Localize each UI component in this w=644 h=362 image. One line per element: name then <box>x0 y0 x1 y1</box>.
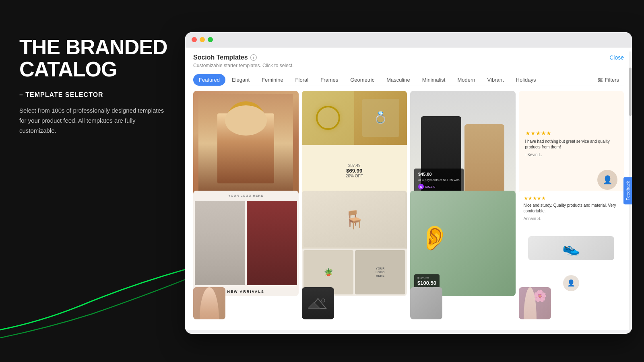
tab-feminine[interactable]: Feminine <box>256 74 289 86</box>
filter-tabs: Featured Elegant Feminine Floral Frames … <box>193 74 624 86</box>
tab-minimalist[interactable]: Minimalist <box>417 74 451 86</box>
app-content: Socioh Templates i Close Customizable st… <box>185 47 632 330</box>
tab-masculine[interactable]: Masculine <box>381 74 416 86</box>
tab-elegant[interactable]: Elegant <box>226 74 255 86</box>
traffic-light-green[interactable] <box>208 37 213 42</box>
svg-point-5 <box>599 80 600 82</box>
filters-icon <box>597 77 603 83</box>
app-title-text: Socioh Templates <box>193 54 248 61</box>
tab-modern[interactable]: Modern <box>452 74 481 86</box>
original-price: $87.49 <box>348 163 361 168</box>
tab-holidays[interactable]: Holidays <box>510 74 542 86</box>
review-stars: ★★★★★ <box>525 130 618 136</box>
mountain-icon <box>308 296 328 311</box>
shoe-review-text: Nice and sturdy. Quality products and ma… <box>524 203 619 214</box>
svg-point-8 <box>322 299 325 302</box>
subtitle: TEMPLATE SELECTOR <box>19 91 172 99</box>
close-button[interactable]: Close <box>609 54 624 61</box>
svg-marker-7 <box>308 302 320 309</box>
template-card-earring-price[interactable]: 👂 $129.95 $100.50 15% OFF <box>410 191 516 296</box>
traffic-light-red[interactable] <box>192 37 197 42</box>
reviewer-name: - Kevin L. <box>525 152 618 157</box>
browser-window: Socioh Templates i Close Customizable st… <box>185 32 632 334</box>
sale-price: $69.99 <box>346 168 362 174</box>
svg-point-4 <box>600 79 601 80</box>
template-card-partial-mountain[interactable] <box>302 287 334 319</box>
discount-label: 20% OFF <box>346 174 363 178</box>
feedback-tab[interactable]: Feedback <box>623 177 632 204</box>
shoe-review-stars: ★★★★★ <box>524 195 619 201</box>
tab-featured[interactable]: Featured <box>193 74 225 86</box>
main-title: THE BRANDED CATALOG <box>19 36 172 80</box>
template-card-review-1[interactable]: ★★★★★ I have had nothing but great servi… <box>519 91 624 196</box>
template-card-partial-gray[interactable] <box>410 287 442 319</box>
app-subtitle: Customizable starter templates. Click to… <box>193 63 624 68</box>
review-text: I have had nothing but great service and… <box>525 139 618 150</box>
description: Select from 100s of professionally desig… <box>19 106 172 136</box>
filters-label: Filters <box>605 77 619 83</box>
app-title: Socioh Templates i <box>193 54 257 61</box>
info-icon[interactable]: i <box>250 54 257 61</box>
shoe-reviewer: Annam S. <box>524 216 619 221</box>
template-card-furniture[interactable]: 🪑 🪴 YOUR LOGO HERE <box>302 191 407 296</box>
left-panel: THE BRANDED CATALOG TEMPLATE SELECTOR Se… <box>19 36 172 136</box>
app-header: Socioh Templates i Close Customizable st… <box>185 47 632 86</box>
tab-floral[interactable]: Floral <box>290 74 314 86</box>
traffic-light-yellow[interactable] <box>200 37 205 42</box>
template-card-new-arrivals[interactable]: YOUR LOGO HERE NEW ARRIVALS <box>193 191 299 296</box>
tab-frames[interactable]: Frames <box>315 74 344 86</box>
template-grid: 💍 $87.49 $69.99 20% OFF <box>185 86 632 324</box>
svg-point-3 <box>598 78 599 79</box>
decorative-curve <box>0 257 185 338</box>
couple-price-tag: $45.00 or 4 payments of $11.25 with S se… <box>414 169 464 192</box>
filters-button[interactable]: Filters <box>592 74 624 85</box>
app-title-row: Socioh Templates i Close <box>193 54 624 61</box>
template-card-partial-face[interactable] <box>193 287 225 319</box>
scroll-thumb[interactable] <box>629 68 632 116</box>
template-card-couple[interactable]: $45.00 or 4 payments of $11.25 with S se… <box>410 91 516 196</box>
template-card-review-shoe[interactable]: ★★★★★ Nice and sturdy. Quality products … <box>519 191 624 296</box>
tab-vibrant[interactable]: Vibrant <box>482 74 510 86</box>
browser-chrome <box>185 32 632 47</box>
tab-geometric[interactable]: Geometric <box>345 74 380 86</box>
template-card-jewelry-price[interactable]: 💍 $87.49 $69.99 20% OFF <box>302 91 407 196</box>
template-card-partial-portrait[interactable]: 🌸 <box>519 287 551 319</box>
template-card-fashion-girl[interactable] <box>193 91 299 196</box>
traffic-lights <box>192 37 625 42</box>
